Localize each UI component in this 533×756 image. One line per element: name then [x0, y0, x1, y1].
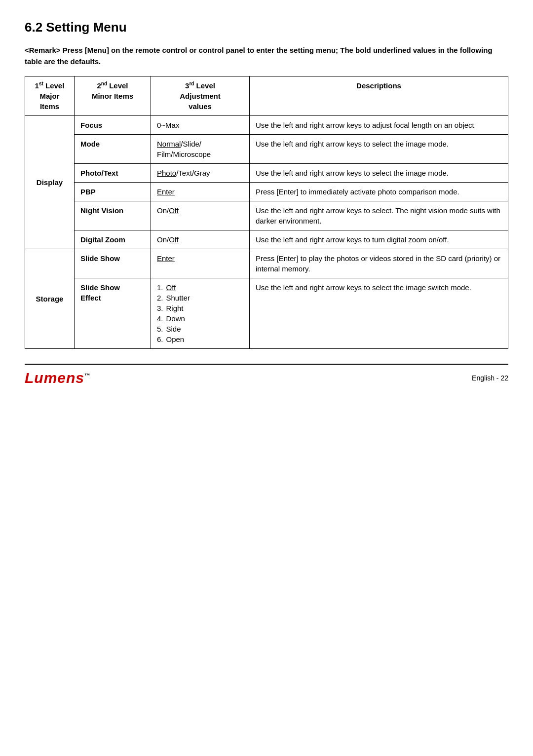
- level1-display: Display: [25, 116, 75, 249]
- level2-slideshoweffect: Slide ShowEffect: [75, 278, 151, 349]
- level3-mode: Normal/Slide/Film/Microscope: [151, 135, 250, 164]
- page-number: English - 22: [472, 374, 508, 382]
- list-item: 1. Off: [157, 282, 243, 293]
- desc-slideshoweffect: Use the left and right arrow keys to sel…: [250, 278, 508, 349]
- page-footer: Lumens™ English - 22: [25, 364, 508, 386]
- desc-focus: Use the left and right arrow keys to adj…: [250, 116, 508, 135]
- table-row: Mode Normal/Slide/Film/Microscope Use th…: [25, 135, 508, 164]
- list-item: 5. Side: [157, 324, 243, 334]
- effect-list: 1. Off 2. Shutter 3. Right 4. Down 5. Si…: [157, 282, 243, 344]
- level2-mode: Mode: [75, 135, 151, 164]
- level3-phototext: Photo/Text/Gray: [151, 164, 250, 183]
- list-item: 6. Open: [157, 334, 243, 344]
- logo-tm: ™: [84, 372, 91, 379]
- desc-pbp: Press [Enter] to immediately activate ph…: [250, 183, 508, 201]
- level1-storage: Storage: [25, 249, 75, 349]
- page-title: 6.2 Setting Menu: [25, 20, 508, 35]
- level2-focus: Focus: [75, 116, 151, 135]
- table-row: Night Vision On/Off Use the left and rig…: [25, 201, 508, 230]
- level2-pbp: PBP: [75, 183, 151, 201]
- header-level2-sup: nd: [101, 81, 107, 86]
- header-level1-sup: st: [39, 81, 43, 86]
- table-row: Display Focus 0~Max Use the left and rig…: [25, 116, 508, 135]
- header-level1: 1st LevelMajorItems: [25, 76, 75, 116]
- header-level2: 2nd LevelMinor Items: [75, 76, 151, 116]
- list-item: 2. Shutter: [157, 293, 243, 303]
- level3-slideshow: Enter: [151, 249, 250, 278]
- level3-pbp: Enter: [151, 183, 250, 201]
- header-level3: 3rd LevelAdjustmentvalues: [151, 76, 250, 116]
- level3-digitalzoom: On/Off: [151, 230, 250, 249]
- level3-slideshoweffect: 1. Off 2. Shutter 3. Right 4. Down 5. Si…: [151, 278, 250, 349]
- table-row: Digital Zoom On/Off Use the left and rig…: [25, 230, 508, 249]
- level3-nightvision: On/Off: [151, 201, 250, 230]
- list-item: 3. Right: [157, 303, 243, 313]
- header-desc: Descriptions: [250, 76, 508, 116]
- table-row: Photo/Text Photo/Text/Gray Use the left …: [25, 164, 508, 183]
- level3-focus: 0~Max: [151, 116, 250, 135]
- header-level3-sup: rd: [189, 81, 194, 86]
- table-row: Slide ShowEffect 1. Off 2. Shutter 3. Ri…: [25, 278, 508, 349]
- desc-digitalzoom: Use the left and right arrow keys to tur…: [250, 230, 508, 249]
- desc-mode: Use the left and right arrow keys to sel…: [250, 135, 508, 164]
- table-row: PBP Enter Press [Enter] to immediately a…: [25, 183, 508, 201]
- list-item: 4. Down: [157, 313, 243, 324]
- logo: Lumens™: [25, 370, 91, 386]
- level2-phototext: Photo/Text: [75, 164, 151, 183]
- desc-slideshow: Press [Enter] to play the photos or vide…: [250, 249, 508, 278]
- settings-table: 1st LevelMajorItems 2nd LevelMinor Items…: [25, 76, 508, 349]
- desc-phototext: Use the left and right arrow keys to sel…: [250, 164, 508, 183]
- desc-nightvision: Use the left and right arrow keys to sel…: [250, 201, 508, 230]
- table-row: Storage Slide Show Enter Press [Enter] t…: [25, 249, 508, 278]
- level2-nightvision: Night Vision: [75, 201, 151, 230]
- level2-slideshow: Slide Show: [75, 249, 151, 278]
- remark-text: <Remark> Press [Menu] on the remote cont…: [25, 45, 508, 67]
- level2-digitalzoom: Digital Zoom: [75, 230, 151, 249]
